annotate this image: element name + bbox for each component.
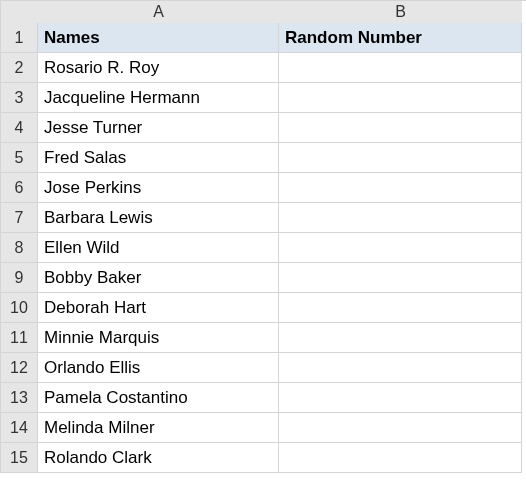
column-header-B[interactable]: B	[279, 1, 522, 23]
row-header-11[interactable]: 11	[1, 323, 38, 353]
cell-B15[interactable]	[279, 443, 522, 473]
spreadsheet-grid: A B 1 Names Random Number 2 Rosario R. R…	[0, 0, 526, 473]
row-header-15[interactable]: 15	[1, 443, 38, 473]
row-header-4[interactable]: 4	[1, 113, 38, 143]
cell-B7[interactable]	[279, 203, 522, 233]
select-all-corner[interactable]	[1, 1, 38, 23]
column-header-A[interactable]: A	[38, 1, 279, 23]
cell-A15[interactable]: Rolando Clark	[38, 443, 279, 473]
cell-A9[interactable]: Bobby Baker	[38, 263, 279, 293]
cell-A11[interactable]: Minnie Marquis	[38, 323, 279, 353]
cell-B8[interactable]	[279, 233, 522, 263]
cell-B5[interactable]	[279, 143, 522, 173]
row-header-7[interactable]: 7	[1, 203, 38, 233]
cell-A6[interactable]: Jose Perkins	[38, 173, 279, 203]
row-header-9[interactable]: 9	[1, 263, 38, 293]
cell-B13[interactable]	[279, 383, 522, 413]
cell-A7[interactable]: Barbara Lewis	[38, 203, 279, 233]
cell-A14[interactable]: Melinda Milner	[38, 413, 279, 443]
cell-B6[interactable]	[279, 173, 522, 203]
row-header-12[interactable]: 12	[1, 353, 38, 383]
cell-B1[interactable]: Random Number	[279, 23, 522, 53]
cell-A13[interactable]: Pamela Costantino	[38, 383, 279, 413]
cell-B12[interactable]	[279, 353, 522, 383]
cell-A8[interactable]: Ellen Wild	[38, 233, 279, 263]
row-header-2[interactable]: 2	[1, 53, 38, 83]
cell-B4[interactable]	[279, 113, 522, 143]
cell-A10[interactable]: Deborah Hart	[38, 293, 279, 323]
cell-B14[interactable]	[279, 413, 522, 443]
cell-B2[interactable]	[279, 53, 522, 83]
cell-A1[interactable]: Names	[38, 23, 279, 53]
row-header-6[interactable]: 6	[1, 173, 38, 203]
row-header-5[interactable]: 5	[1, 143, 38, 173]
row-header-1[interactable]: 1	[1, 23, 38, 53]
cell-A4[interactable]: Jesse Turner	[38, 113, 279, 143]
cell-A2[interactable]: Rosario R. Roy	[38, 53, 279, 83]
cell-A12[interactable]: Orlando Ellis	[38, 353, 279, 383]
cell-B10[interactable]	[279, 293, 522, 323]
cell-B9[interactable]	[279, 263, 522, 293]
cell-A5[interactable]: Fred Salas	[38, 143, 279, 173]
cell-B11[interactable]	[279, 323, 522, 353]
cell-A3[interactable]: Jacqueline Hermann	[38, 83, 279, 113]
row-header-13[interactable]: 13	[1, 383, 38, 413]
row-header-14[interactable]: 14	[1, 413, 38, 443]
row-header-8[interactable]: 8	[1, 233, 38, 263]
cell-B3[interactable]	[279, 83, 522, 113]
row-header-10[interactable]: 10	[1, 293, 38, 323]
row-header-3[interactable]: 3	[1, 83, 38, 113]
